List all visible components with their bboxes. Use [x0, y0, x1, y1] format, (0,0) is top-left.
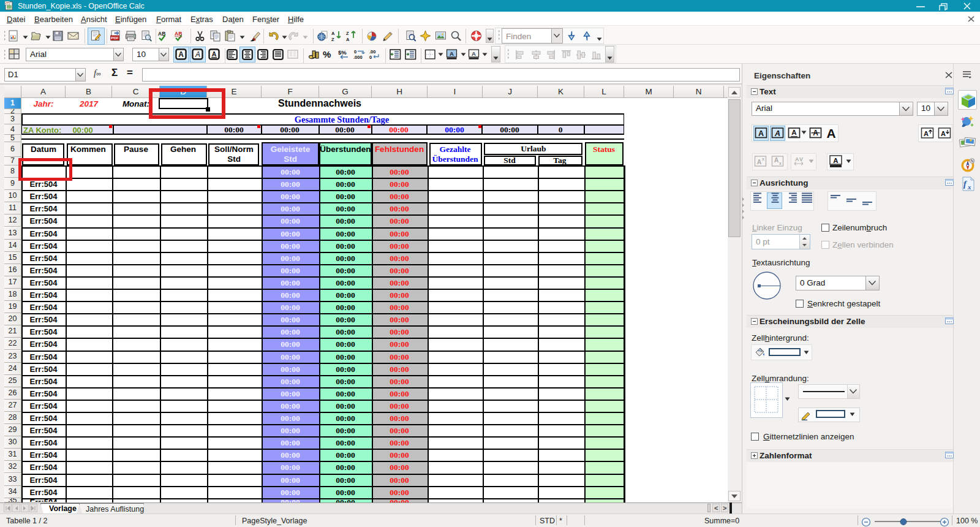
- svg-text:A: A: [346, 37, 350, 42]
- svg-text:.00: .00: [369, 49, 375, 55]
- svg-text:A: A: [774, 156, 779, 164]
- svg-text:A: A: [774, 129, 780, 138]
- svg-text:A: A: [212, 50, 217, 58]
- svg-text:A: A: [941, 130, 946, 137]
- svg-text:A: A: [757, 158, 762, 165]
- svg-text:A: A: [833, 157, 838, 164]
- svg-text:A: A: [791, 129, 796, 136]
- svg-text:A: A: [331, 31, 335, 36]
- svg-text:A: A: [450, 50, 454, 57]
- svg-text:0: 0: [369, 55, 372, 60]
- svg-text:PDF: PDF: [111, 36, 119, 40]
- svg-text:A: A: [195, 50, 200, 59]
- svg-text:A: A: [178, 50, 184, 59]
- svg-text:A: A: [472, 50, 476, 57]
- svg-text:$%: $%: [338, 49, 347, 56]
- svg-text:A: A: [795, 156, 799, 162]
- svg-text:Z: Z: [331, 37, 334, 42]
- svg-text:x: x: [779, 161, 782, 165]
- svg-text:A: A: [924, 130, 929, 137]
- svg-text:A: A: [758, 129, 764, 138]
- svg-text:V: V: [799, 156, 803, 162]
- svg-text:N: N: [971, 159, 974, 163]
- svg-text:A: A: [826, 126, 835, 140]
- svg-text:0: 0: [354, 49, 356, 55]
- svg-text:x: x: [762, 157, 764, 161]
- svg-text:.000: .000: [353, 55, 363, 60]
- svg-text:x: x: [967, 183, 971, 191]
- svg-text:Z: Z: [346, 31, 349, 36]
